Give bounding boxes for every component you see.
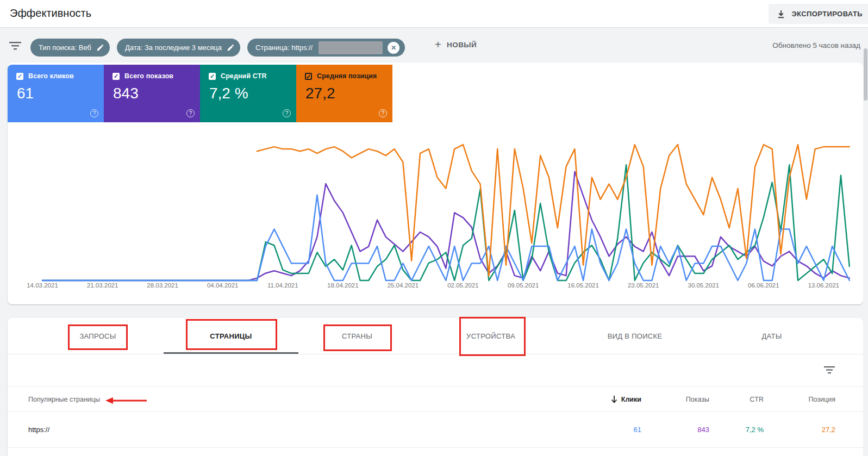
group-header: Популярные страницы — [28, 396, 100, 403]
checkbox-checked-icon[interactable]: ✓ — [209, 73, 216, 80]
column-header-ctr[interactable]: CTR — [709, 396, 764, 403]
metric-card-impressions[interactable]: ✓ Всего показов 843 ? — [104, 65, 200, 122]
x-tick-label: 09.05.2021 — [499, 282, 548, 289]
chip-label: Страница: https:// — [255, 43, 313, 52]
chart-x-axis: 14.03.202121.03.202128.03.202104.04.2021… — [8, 282, 863, 292]
tab-countries[interactable]: СТРАНЫ — [342, 318, 372, 354]
updated-text: Обновлено 5 часов назад — [772, 41, 860, 49]
filter-chip-date[interactable]: Дата: За последние 3 месяца — [117, 39, 240, 57]
close-icon[interactable]: ✕ — [388, 42, 399, 54]
scrollbar-thumb[interactable] — [864, 48, 867, 101]
column-header-clicks[interactable]: Клики — [573, 396, 641, 403]
tab-devices[interactable]: УСТРОЙСТВА — [466, 318, 515, 354]
x-tick-label: 16.05.2021 — [559, 282, 608, 289]
x-tick-label: 06.06.2021 — [739, 282, 788, 289]
tab-dates[interactable]: ДАТЫ — [761, 318, 782, 354]
dimensions-table-card: ЗАПРОСЫ СТРАНИЦЫ СТРАНЫ УСТРОЙСТВА ВИД В… — [8, 318, 863, 456]
filter-chip-page[interactable]: Страница: https:// ✕ — [247, 39, 405, 57]
x-tick-label: 13.06.2021 — [799, 282, 848, 289]
table-toolbar — [8, 354, 863, 387]
metric-label: Всего показов — [124, 72, 173, 80]
help-icon[interactable]: ? — [379, 109, 387, 117]
x-tick-label: 25.04.2021 — [378, 282, 427, 289]
metric-value: 7,2 % — [209, 85, 288, 102]
x-tick-label: 23.05.2021 — [619, 282, 668, 289]
metric-label: Средний CTR — [221, 72, 267, 80]
new-filter-wrap: + НОВЫЙ — [419, 39, 477, 51]
metric-label: Средняя позиция — [317, 72, 377, 80]
app-header: Эффективность ЭКСПОРТИРОВАТЬ — [0, 0, 868, 28]
x-tick-label: 04.04.2021 — [198, 282, 247, 289]
tab-queries[interactable]: ЗАПРОСЫ — [79, 318, 116, 354]
row-page-url[interactable]: https:// — [28, 426, 49, 434]
chip-label: Дата: За последние 3 месяца — [125, 43, 222, 52]
export-button[interactable]: ЭКСПОРТИРОВАТЬ — [769, 4, 868, 24]
table-row[interactable]: https:// 61 843 7,2 % 27,2 — [8, 412, 863, 448]
metric-card-position[interactable]: ✓ Средняя позиция 27,2 ? — [296, 65, 392, 122]
sort-desc-icon — [611, 396, 617, 403]
pencil-icon — [227, 43, 235, 52]
performance-chart[interactable] — [8, 127, 863, 290]
tabs-row: ЗАПРОСЫ СТРАНИЦЫ СТРАНЫ УСТРОЙСТВА ВИД В… — [8, 318, 863, 354]
row-position: 27,2 — [764, 426, 835, 434]
table-header-row: Популярные страницы Клики Показы CTR Поз… — [8, 387, 863, 412]
filter-list-icon[interactable] — [9, 41, 21, 50]
tab-pages[interactable]: СТРАНИЦЫ — [210, 318, 252, 354]
metric-card-clicks[interactable]: ✓ Всего кликов 61 ? — [8, 65, 104, 122]
chip-label: Тип поиска: Веб — [39, 43, 91, 52]
metric-cards: ✓ Всего кликов 61 ? ✓ Всего показов 843 … — [8, 65, 392, 122]
scrollbar[interactable] — [863, 28, 868, 456]
tab-search-appearance[interactable]: ВИД В ПОИСКЕ — [608, 318, 663, 354]
active-tab-underline — [164, 352, 298, 354]
help-icon[interactable]: ? — [90, 109, 98, 117]
red-arrow-annotation — [105, 396, 148, 403]
filter-chips: Тип поиска: Веб Дата: За последние 3 мес… — [30, 39, 405, 57]
x-tick-label: 21.03.2021 — [78, 282, 127, 289]
filter-bar: Тип поиска: Веб Дата: За последние 3 мес… — [0, 28, 868, 63]
checkbox-checked-icon[interactable]: ✓ — [113, 73, 120, 80]
plus-icon: + — [435, 39, 441, 51]
metric-value: 27,2 — [305, 85, 384, 102]
checkbox-checked-icon[interactable]: ✓ — [305, 73, 312, 80]
filter-chip-search-type[interactable]: Тип поиска: Веб — [30, 39, 110, 57]
page-title: Эффективность — [10, 7, 91, 20]
updated-status: Обновлено 5 часов назад ? — [772, 41, 868, 50]
table-filter-icon[interactable] — [824, 366, 835, 374]
metric-value: 61 — [17, 85, 95, 102]
row-clicks: 61 — [573, 426, 641, 434]
download-icon — [776, 9, 786, 19]
new-filter-label: НОВЫЙ — [447, 41, 477, 49]
metric-card-ctr[interactable]: ✓ Средний CTR 7,2 % ? — [200, 65, 296, 122]
metric-value: 843 — [113, 85, 191, 102]
x-tick-label: 02.05.2021 — [439, 282, 488, 289]
x-tick-label: 14.03.2021 — [18, 282, 67, 289]
metric-label: Всего кликов — [28, 72, 74, 80]
row-ctr: 7,2 % — [709, 426, 764, 434]
pencil-icon — [96, 43, 104, 52]
x-tick-label: 30.05.2021 — [679, 282, 728, 289]
x-tick-label: 28.03.2021 — [138, 282, 187, 289]
export-label: ЭКСПОРТИРОВАТЬ — [791, 10, 863, 18]
row-impressions: 843 — [641, 426, 709, 434]
column-header-position[interactable]: Позиция — [764, 396, 835, 403]
column-header-impressions[interactable]: Показы — [641, 396, 709, 403]
help-icon[interactable]: ? — [283, 109, 291, 117]
x-tick-label: 18.04.2021 — [319, 282, 367, 289]
checkbox-checked-icon[interactable]: ✓ — [16, 73, 23, 80]
performance-chart-card: ✓ Всего кликов 61 ? ✓ Всего показов 843 … — [8, 63, 863, 304]
new-filter-button[interactable]: + НОВЫЙ — [435, 39, 477, 51]
help-icon[interactable]: ? — [186, 109, 195, 117]
x-tick-label: 11.04.2021 — [258, 282, 307, 289]
redacted-url — [319, 41, 383, 54]
